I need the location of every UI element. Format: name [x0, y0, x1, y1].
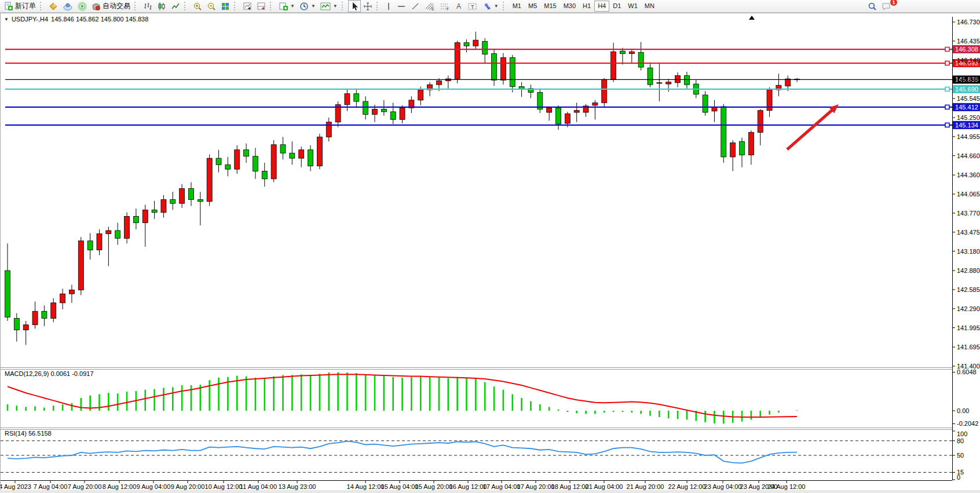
- tab-timeframe-mn[interactable]: MN: [641, 1, 658, 12]
- vertical-line-button[interactable]: [383, 0, 394, 12]
- candle-body: [51, 303, 56, 319]
- cursor-button[interactable]: [348, 0, 361, 12]
- text-button[interactable]: A: [452, 0, 465, 12]
- new-chart-icon: [279, 2, 288, 11]
- tab-timeframe-h1[interactable]: H1: [579, 1, 594, 12]
- main-chart-canvas[interactable]: 146.308146.093145.838145.690145.412145.1…: [1, 13, 980, 491]
- new-order-button[interactable]: 新订单: [2, 0, 38, 12]
- shapes-button[interactable]: ▼: [480, 0, 501, 12]
- bar-chart-button[interactable]: [141, 0, 155, 12]
- horizontal-line-icon: [397, 2, 406, 11]
- channel-button[interactable]: F: [437, 0, 452, 12]
- line-handle[interactable]: [945, 123, 949, 127]
- tab-timeframe-m5[interactable]: M5: [525, 1, 540, 12]
- zoom-out-button[interactable]: [204, 0, 218, 12]
- candle-body: [253, 156, 258, 171]
- candle-body: [464, 43, 469, 46]
- line-handle[interactable]: [945, 48, 949, 52]
- template-icon: [320, 2, 331, 11]
- line-handle[interactable]: [945, 105, 949, 109]
- indicator-window-button[interactable]: [254, 0, 268, 12]
- tab-timeframe-m1[interactable]: M1: [509, 1, 525, 12]
- candle-body: [372, 109, 378, 114]
- zoom-in-button[interactable]: [191, 0, 204, 12]
- auto-trading-button[interactable]: 自动交易: [89, 0, 133, 12]
- new-chart-button[interactable]: ▼: [276, 0, 297, 12]
- date-axis-label: 24 Aug 12:00: [768, 483, 806, 490]
- candle-body: [675, 75, 681, 82]
- candle-body: [235, 150, 240, 169]
- price-badge-label: 145.134: [955, 122, 978, 129]
- tab-timeframe-w1[interactable]: W1: [624, 1, 641, 12]
- signal-button[interactable]: [75, 0, 89, 12]
- chart-shift-marker-icon: [749, 16, 755, 20]
- label-icon: T: [467, 2, 478, 11]
- candle-body: [740, 141, 745, 155]
- gold-box-button[interactable]: [46, 0, 60, 12]
- trendline-icon: [411, 2, 420, 11]
- fibonacci-button[interactable]: E: [422, 0, 437, 12]
- vertical-line-icon: [385, 2, 392, 11]
- clock-button[interactable]: ▼: [297, 0, 318, 12]
- price-tick-label: 144.955: [957, 133, 980, 140]
- candle-body: [14, 319, 19, 330]
- label-button[interactable]: T: [465, 0, 480, 12]
- toolbar-grip: [134, 2, 139, 10]
- indicators-button[interactable]: [240, 0, 254, 12]
- date-axis-label: 14 Aug 12:00: [347, 483, 385, 490]
- price-tick-label: 142.585: [957, 286, 980, 293]
- axis-layer: 146.730146.435146.140145.845145.545145.2…: [1, 16, 980, 490]
- trend-arrow-shaft[interactable]: [787, 109, 833, 149]
- svg-text:T: T: [471, 3, 474, 9]
- price-tick-label: 145.845: [957, 76, 980, 83]
- candle-body: [125, 216, 130, 238]
- candlestick-chart-button[interactable]: [155, 0, 169, 12]
- line-handle[interactable]: [945, 61, 949, 65]
- price-tick-label: 143.180: [957, 248, 980, 255]
- gold-box-icon: [49, 2, 58, 11]
- tab-timeframe-d1[interactable]: D1: [609, 1, 624, 12]
- collapse-triangle-icon[interactable]: ▼: [4, 17, 9, 22]
- date-axis-label: 7 Aug 20:00: [68, 483, 102, 490]
- line-chart-icon: [171, 2, 180, 11]
- candle-body: [593, 103, 598, 105]
- horizontal-line-button[interactable]: [394, 0, 408, 12]
- price-badge-label: 146.308: [955, 46, 978, 53]
- date-axis-label: 21 Aug 20:00: [627, 483, 664, 490]
- candle-body: [87, 241, 93, 250]
- date-axis-label: 11 Aug 04:00: [240, 483, 277, 490]
- trendline-button[interactable]: [408, 0, 422, 12]
- tab-timeframe-m15[interactable]: M15: [540, 1, 560, 12]
- line-handle[interactable]: [945, 87, 949, 91]
- candle-body: [69, 290, 74, 294]
- date-axis-label: 15 Aug 04:00: [381, 483, 419, 490]
- candle-body: [97, 234, 102, 250]
- candle-body: [666, 82, 671, 84]
- candle-body: [547, 108, 552, 112]
- tab-timeframe-m30[interactable]: M30: [560, 1, 579, 12]
- date-axis-label: 7 Aug 04:00: [34, 483, 68, 490]
- search-button[interactable]: [865, 0, 879, 12]
- chart-window: 146.308146.093145.838145.690145.412145.1…: [0, 13, 980, 490]
- candle-body: [354, 94, 359, 101]
- tile-windows-button[interactable]: [218, 0, 232, 12]
- price-tick-label: 143.475: [957, 229, 980, 236]
- date-axis-label: 22 Aug 12:00: [668, 483, 706, 490]
- rsi-layer: 1008050150: [1, 430, 967, 481]
- candle-body: [198, 199, 203, 201]
- cloud-user-button[interactable]: [60, 0, 75, 12]
- template-button[interactable]: ▼: [318, 0, 340, 12]
- candle-body: [189, 189, 194, 200]
- toolbar-grip: [503, 2, 507, 10]
- candle-body: [712, 107, 717, 111]
- chart-symbol-period: USDJPY-,H4: [12, 16, 48, 23]
- svg-text:A: A: [456, 2, 461, 10]
- crosshair-button[interactable]: [361, 0, 375, 12]
- macd-values: 0.0061 -0.0917: [50, 370, 93, 377]
- chat-button[interactable]: 1: [879, 0, 894, 12]
- candlestick-chart-icon: [157, 2, 166, 11]
- tab-timeframe-h4[interactable]: H4: [594, 1, 609, 12]
- chevron-down-icon: ▼: [311, 3, 316, 9]
- macd-axis-label: 0.6048: [957, 368, 977, 375]
- line-chart-button[interactable]: [169, 0, 182, 12]
